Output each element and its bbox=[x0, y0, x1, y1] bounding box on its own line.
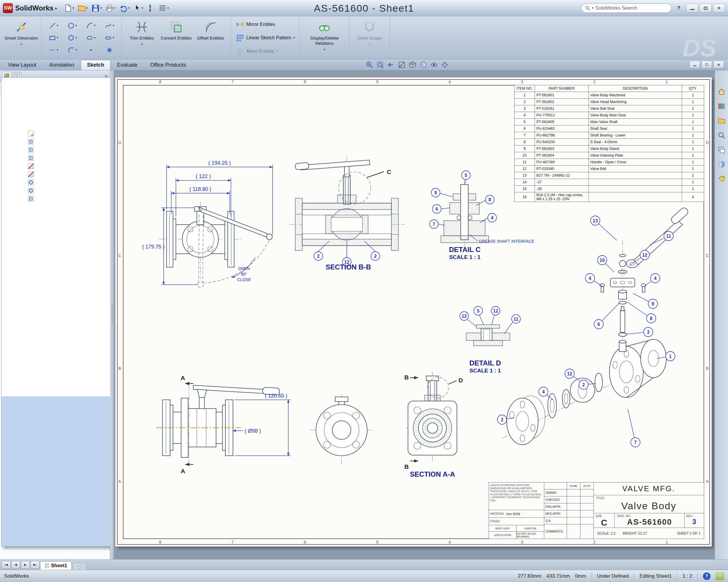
bom-row[interactable]: 12PT-025260Valve Ball1 bbox=[515, 166, 704, 172]
bom-row[interactable]: 6PU-815462Shaft Seal1 bbox=[515, 126, 704, 132]
dropdown-caret-icon[interactable]: ▾ bbox=[20, 41, 22, 47]
bom-row[interactable]: 7PU-662798Shaft Bearing - Lower1 bbox=[515, 132, 704, 139]
tab-view-layout[interactable]: View Layout bbox=[2, 60, 43, 70]
arc-tool-button[interactable]: ▾ bbox=[82, 20, 100, 31]
search-box[interactable]: ▾ SolidWorks Search bbox=[581, 3, 672, 13]
appearances-button[interactable] bbox=[717, 160, 727, 169]
bom-row[interactable]: 2PT-561602Valve Head Machining1 bbox=[515, 99, 704, 105]
slot-tool-button[interactable]: ▾ bbox=[101, 32, 119, 44]
bom-row[interactable]: 5PT-561605Main Valve Shaft1 bbox=[515, 119, 704, 126]
balloon-4[interactable]: 4 bbox=[589, 276, 592, 281]
bom-row[interactable]: 11PU-467260Handle - Open / Close1 bbox=[515, 159, 704, 166]
balloon-4[interactable]: 4 bbox=[542, 389, 545, 394]
dropdown-caret-icon[interactable]: ▾ bbox=[94, 36, 96, 39]
save-button[interactable]: ▾ bbox=[90, 3, 103, 13]
balloon-3[interactable]: 3 bbox=[647, 330, 650, 335]
display-delete-relations-button[interactable]: Display/Delete Relations ▾ bbox=[303, 18, 346, 58]
dropdown-caret-icon[interactable]: ▾ bbox=[114, 6, 116, 10]
view-orientation-button[interactable] bbox=[409, 61, 416, 69]
bom-row[interactable]: 15-281 bbox=[515, 186, 704, 192]
point-tool-button[interactable] bbox=[82, 44, 100, 56]
balloon-2[interactable]: 2 bbox=[582, 382, 585, 387]
dropdown-caret-icon[interactable]: ▾ bbox=[167, 6, 169, 10]
previous-view-button[interactable] bbox=[387, 61, 395, 69]
dropdown-caret-icon[interactable]: ▾ bbox=[324, 47, 326, 52]
quick-tips-toggle-icon[interactable] bbox=[716, 573, 724, 580]
display-style-button[interactable] bbox=[419, 61, 427, 69]
dropdown-caret-icon[interactable]: ▾ bbox=[86, 6, 88, 10]
tree-item-sheet1[interactable]: −Sheet1 bbox=[0, 121, 110, 130]
offset-entities-button[interactable]: Offset Entities bbox=[193, 18, 228, 58]
dropdown-caret-icon[interactable]: ▾ bbox=[113, 36, 114, 39]
fillet-tool-button[interactable]: ▾ bbox=[63, 44, 81, 56]
document-close-button[interactable]: ✕ bbox=[713, 61, 724, 68]
undo-button[interactable]: ▾ bbox=[118, 3, 131, 13]
zoom-to-area-button[interactable] bbox=[365, 61, 373, 69]
bom-row[interactable]: 16B18.2.3.1M - Hex cap screw, M6 x 1.25 … bbox=[515, 192, 704, 202]
balloon-12[interactable]: 12 bbox=[642, 253, 647, 257]
sketch-toggle-button[interactable] bbox=[146, 3, 156, 13]
open-button[interactable]: ▾ bbox=[77, 3, 89, 13]
dropdown-caret-icon[interactable]: ▾ bbox=[100, 6, 102, 10]
maximize-button[interactable] bbox=[699, 4, 712, 12]
dropdown-caret-icon[interactable]: ▾ bbox=[128, 6, 130, 10]
trim-entities-button[interactable]: Trim Entities ▾ bbox=[125, 18, 159, 58]
new-document-button[interactable]: ▾ bbox=[62, 3, 75, 13]
dropdown-caret-icon[interactable]: ▾ bbox=[142, 6, 144, 10]
design-library-button[interactable] bbox=[717, 101, 727, 111]
custom-properties-button[interactable] bbox=[717, 174, 727, 184]
tab-sketch[interactable]: Sketch bbox=[81, 60, 110, 70]
balloon-9[interactable]: 9 bbox=[652, 302, 654, 306]
bom-row[interactable]: 13B27.7M - 2AMM1-122 bbox=[515, 172, 704, 179]
spline-tool-button[interactable]: ▾ bbox=[101, 20, 119, 31]
section-view-bb[interactable]: C 2 12 2 SECTION B-B bbox=[289, 157, 405, 271]
view-palette-button[interactable] bbox=[717, 145, 727, 155]
dropdown-caret-icon[interactable]: ▾ bbox=[113, 24, 114, 27]
dropdown-caret-icon[interactable]: ▾ bbox=[94, 24, 96, 27]
dropdown-caret-icon[interactable]: ▾ bbox=[57, 24, 58, 27]
bom-row[interactable]: 10PT-561604Valve Indexing Plate1 bbox=[515, 152, 704, 159]
bom-row[interactable]: 9PT-561603Valve Body Gland1 bbox=[515, 145, 704, 152]
ellipse-tool-button[interactable]: ▾ bbox=[82, 32, 100, 44]
smart-dimension-button[interactable]: Smart Dimension ▾ bbox=[4, 18, 38, 58]
convert-entities-button[interactable]: Convert Entities bbox=[159, 18, 193, 58]
tab-office-products[interactable]: Office Products bbox=[144, 60, 192, 70]
next-sheet-button[interactable]: ▶ bbox=[21, 561, 30, 569]
balloon-13[interactable]: 13 bbox=[593, 218, 598, 223]
minimize-button[interactable] bbox=[686, 4, 698, 12]
centerline-tool-button[interactable]: ▾ bbox=[45, 44, 62, 56]
section-view-aa[interactable]: D B B SECTION A-A bbox=[404, 372, 463, 478]
file-explorer-button[interactable] bbox=[717, 116, 727, 126]
balloon-4[interactable]: 4 bbox=[654, 276, 657, 281]
sketch-text-tool-button[interactable] bbox=[101, 44, 119, 56]
first-sheet-button[interactable]: |◀ bbox=[2, 561, 10, 569]
balloon-1[interactable]: 1 bbox=[669, 354, 672, 359]
document-restore-button[interactable] bbox=[702, 61, 712, 68]
print-button[interactable]: ▾ bbox=[104, 3, 117, 13]
zoom-to-fit-button[interactable] bbox=[376, 61, 384, 69]
bom-row[interactable]: 1PT-561601Valve Body Machined1 bbox=[515, 92, 704, 99]
drawing-view-bottom[interactable]: ( Ø98 ) ( 120.65 ) A A bbox=[156, 375, 291, 474]
view-settings-button[interactable] bbox=[441, 61, 449, 69]
bom-row[interactable]: 8PU-540200S Seal - 4.00mm1 bbox=[515, 139, 704, 145]
mirror-entities-button[interactable]: Mirror Entities bbox=[234, 19, 296, 30]
balloon-6[interactable]: 6 bbox=[598, 322, 600, 327]
drawing-view1[interactable]: OPEN 90° CLOSE ( 194.25 ) ( 122 ) ( 118. bbox=[142, 160, 272, 287]
quick-tips-help-icon[interactable]: ? bbox=[703, 573, 710, 580]
panel-splitter[interactable] bbox=[110, 71, 114, 559]
add-sheet-tab[interactable] bbox=[73, 562, 86, 570]
balloon-11[interactable]: 11 bbox=[666, 234, 671, 239]
dropdown-caret-icon[interactable]: ▾ bbox=[141, 41, 143, 47]
circle-tool-button[interactable]: ▾ bbox=[63, 20, 81, 31]
dropdown-caret-icon[interactable]: ▾ bbox=[57, 36, 58, 39]
bom-row[interactable]: 4PU-775012Valve Body Main Seal1 bbox=[515, 112, 704, 119]
close-button[interactable]: ✕ bbox=[713, 4, 725, 12]
tab-evaluate[interactable]: Evaluate bbox=[111, 60, 144, 70]
dropdown-caret-icon[interactable]: ▾ bbox=[73, 6, 74, 10]
balloon-7[interactable] bbox=[628, 409, 635, 442]
bom-row[interactable]: 14-271 bbox=[515, 179, 704, 186]
sheet1-tab[interactable]: Sheet1 bbox=[40, 561, 72, 570]
graphics-area[interactable]: 87654321 87654321 DCBA DCBA bbox=[114, 71, 728, 559]
menu-expand-icon[interactable]: ▸ bbox=[55, 5, 58, 11]
balloon-2[interactable]: 2 bbox=[501, 417, 503, 422]
